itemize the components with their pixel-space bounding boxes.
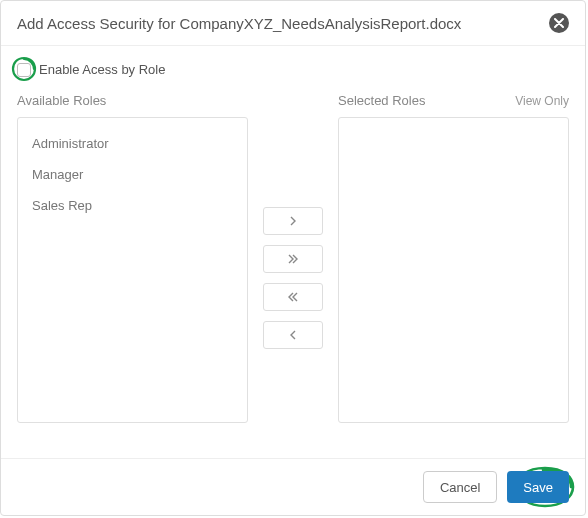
role-transfer: Available Roles Administrator Manager Sa… bbox=[17, 93, 569, 423]
selected-roles-subtitle: View Only bbox=[515, 94, 569, 108]
available-roles-column: Available Roles Administrator Manager Sa… bbox=[17, 93, 248, 423]
move-left-button[interactable] bbox=[263, 321, 323, 349]
dialog-header: Add Access Security for CompanyXYZ_Needs… bbox=[1, 1, 585, 46]
list-item[interactable]: Administrator bbox=[28, 128, 237, 159]
enable-access-checkbox[interactable] bbox=[17, 63, 31, 77]
dialog-body: Enable Acess by Role Available Roles Adm… bbox=[1, 46, 585, 458]
selected-roles-title: Selected Roles bbox=[338, 93, 425, 108]
available-roles-title: Available Roles bbox=[17, 93, 106, 108]
save-button[interactable]: Save bbox=[507, 471, 569, 503]
available-roles-list[interactable]: Administrator Manager Sales Rep bbox=[17, 117, 248, 423]
close-icon bbox=[554, 18, 564, 28]
access-security-dialog: Add Access Security for CompanyXYZ_Needs… bbox=[0, 0, 586, 516]
chevron-left-icon bbox=[287, 329, 299, 341]
move-all-left-button[interactable] bbox=[263, 283, 323, 311]
cancel-button[interactable]: Cancel bbox=[423, 471, 497, 503]
selected-roles-header: Selected Roles View Only bbox=[338, 93, 569, 111]
dialog-footer: Cancel Save bbox=[1, 458, 585, 515]
double-chevron-right-icon bbox=[287, 253, 299, 265]
list-item[interactable]: Manager bbox=[28, 159, 237, 190]
enable-access-row: Enable Acess by Role bbox=[17, 62, 569, 77]
move-all-right-button[interactable] bbox=[263, 245, 323, 273]
transfer-controls bbox=[248, 93, 338, 423]
selected-roles-column: Selected Roles View Only bbox=[338, 93, 569, 423]
move-right-button[interactable] bbox=[263, 207, 323, 235]
selected-roles-list[interactable] bbox=[338, 117, 569, 423]
chevron-right-icon bbox=[287, 215, 299, 227]
available-roles-header: Available Roles bbox=[17, 93, 248, 111]
close-button[interactable] bbox=[549, 13, 569, 33]
enable-access-label: Enable Acess by Role bbox=[39, 62, 165, 77]
double-chevron-left-icon bbox=[287, 291, 299, 303]
list-item[interactable]: Sales Rep bbox=[28, 190, 237, 221]
dialog-title: Add Access Security for CompanyXYZ_Needs… bbox=[17, 15, 461, 32]
